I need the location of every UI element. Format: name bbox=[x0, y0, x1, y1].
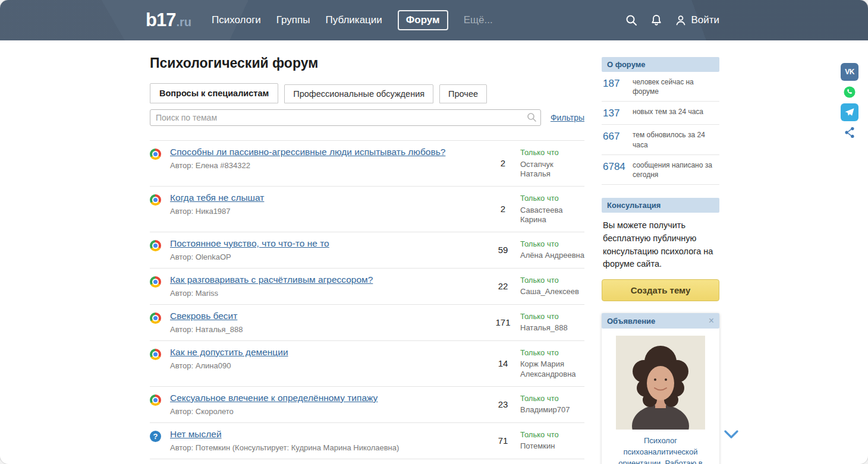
stat-label: тем обновилось за 24 часа bbox=[633, 130, 718, 149]
multicolor-orb-icon bbox=[150, 394, 161, 406]
top-navbar: b17 .ru Психологи Группы Публикации Фору… bbox=[0, 0, 868, 40]
logo-text: b17 bbox=[146, 10, 175, 31]
topic-last-user[interactable]: Алёна Андреевна bbox=[520, 251, 584, 261]
topic-row: Свекровь бесит Автор: Наталья_888 171 То… bbox=[150, 305, 584, 341]
search-icon[interactable] bbox=[625, 14, 638, 27]
question-orb-icon bbox=[150, 431, 161, 442]
topic-last-user[interactable]: Наталья_888 bbox=[520, 323, 584, 333]
navbar-right-controls: Войти bbox=[625, 14, 719, 27]
tab-professional-discussions[interactable]: Профессиональные обсуждения bbox=[284, 84, 433, 103]
multicolor-orb-icon bbox=[150, 349, 161, 360]
topic-row: Как разговаривать с расчётливым агрессор… bbox=[150, 269, 584, 305]
multicolor-orb-icon bbox=[150, 313, 161, 324]
tab-other[interactable]: Прочее bbox=[439, 84, 487, 103]
stat-label: человек сейчас на форуме bbox=[633, 77, 718, 96]
psychologist-photo[interactable] bbox=[615, 336, 706, 430]
topic-row: Нет мыслей Автор: Потемкин (Консультируе… bbox=[150, 423, 584, 459]
share-icon[interactable] bbox=[841, 124, 858, 141]
multicolor-orb-icon bbox=[150, 149, 161, 160]
multicolor-orb-icon bbox=[150, 276, 161, 288]
topic-last-time[interactable]: Только что bbox=[520, 394, 584, 404]
nav-item-more[interactable]: Ещё... bbox=[464, 14, 493, 26]
stat-row: 137 новых тем за 24 часа bbox=[602, 102, 719, 125]
search-field-wrap bbox=[150, 109, 541, 126]
topic-last-time[interactable]: Только что bbox=[520, 276, 584, 286]
topic-last-time[interactable]: Только что bbox=[520, 348, 584, 358]
nav-item-publications[interactable]: Публикации bbox=[326, 14, 382, 26]
forum-tabs: Вопросы к специалистам Профессиональные … bbox=[150, 83, 584, 103]
topic-row: Способны ли пассивно-агрессивные люди ис… bbox=[150, 141, 584, 187]
page-title: Психологический форум bbox=[150, 40, 584, 71]
topic-last-user[interactable]: Владимир707 bbox=[520, 405, 584, 415]
site-logo[interactable]: b17 .ru bbox=[146, 10, 191, 31]
topic-reply-count: 23 bbox=[486, 393, 520, 416]
search-magnifier-icon[interactable] bbox=[527, 112, 537, 125]
multicolor-orb-icon bbox=[150, 194, 161, 206]
topic-author: Автор: Скоролето bbox=[170, 407, 477, 416]
topic-title-link[interactable]: Сексуальное влечение к определённому тип… bbox=[170, 393, 378, 403]
stat-value: 137 bbox=[603, 107, 633, 119]
topic-last-user[interactable]: Корж Мария Александровна bbox=[520, 359, 584, 379]
login-button[interactable]: Войти bbox=[675, 14, 719, 26]
login-label: Войти bbox=[691, 14, 719, 26]
notifications-bell-icon[interactable] bbox=[650, 14, 663, 27]
topic-search-input[interactable] bbox=[150, 109, 541, 126]
about-forum-section: О форуме 187 человек сейчас на форуме 13… bbox=[602, 57, 719, 185]
topic-author: Автор: Алина090 bbox=[170, 361, 477, 370]
topic-title-link[interactable]: Постоянное чувство, что что-то не то bbox=[170, 238, 329, 248]
tab-questions-to-specialists[interactable]: Вопросы к специалистам bbox=[150, 83, 278, 103]
main-navigation: Психологи Группы Публикации Форум Ещё... bbox=[212, 10, 493, 30]
whatsapp-icon[interactable] bbox=[841, 83, 858, 101]
topic-reply-count: 2 bbox=[486, 192, 520, 225]
right-sidebar: О форуме 187 человек сейчас на форуме 13… bbox=[602, 57, 719, 464]
stat-value: 667 bbox=[603, 130, 633, 143]
topic-author: Автор: Наталья_888 bbox=[170, 325, 477, 334]
about-forum-title: О форуме bbox=[607, 60, 646, 69]
forum-main-column: Психологический форум Вопросы к специали… bbox=[150, 40, 584, 464]
stat-row: 667 тем обновилось за 24 часа bbox=[602, 125, 719, 154]
topic-reply-count: 71 bbox=[486, 429, 520, 452]
telegram-icon[interactable] bbox=[841, 103, 858, 121]
topic-title-link[interactable]: Как не допустить деменции bbox=[170, 347, 288, 357]
filters-link[interactable]: Фильтры bbox=[551, 113, 584, 122]
chevron-down-icon[interactable] bbox=[724, 430, 738, 441]
topic-row: Я... Автор: Анюта_24 71 Только что Алёна… bbox=[150, 459, 584, 464]
topic-last-time[interactable]: Только что bbox=[520, 194, 584, 204]
topic-title-link[interactable]: Способны ли пассивно-агрессивные люди ис… bbox=[170, 147, 445, 157]
vk-icon[interactable]: VK bbox=[841, 63, 858, 81]
stat-row: 187 человек сейчас на форуме bbox=[602, 72, 719, 102]
topic-title-link[interactable]: Нет мыслей bbox=[170, 429, 222, 439]
stat-value: 187 bbox=[603, 77, 633, 90]
topic-title-link[interactable]: Как разговаривать с расчётливым агрессор… bbox=[170, 274, 373, 285]
topic-reply-count: 22 bbox=[486, 274, 520, 298]
topic-last-time[interactable]: Только что bbox=[520, 239, 584, 250]
topic-title-link[interactable]: Когда тебя не слышат bbox=[170, 192, 264, 203]
topic-last-user[interactable]: Остапчук Наталья bbox=[520, 160, 584, 179]
topic-last-user[interactable]: Саша_Алексеев bbox=[520, 287, 584, 297]
topic-title-link[interactable]: Свекровь бесит bbox=[170, 311, 237, 321]
social-share-rail: VK bbox=[841, 63, 858, 141]
nav-item-groups[interactable]: Группы bbox=[276, 14, 310, 26]
topic-author: Автор: OlenkaOP bbox=[170, 252, 477, 261]
topic-last-user[interactable]: Потемкин bbox=[520, 441, 584, 452]
topic-last-time[interactable]: Только что bbox=[520, 430, 584, 440]
user-icon bbox=[675, 14, 687, 26]
topic-reply-count: 2 bbox=[486, 147, 520, 179]
topic-last-time[interactable]: Только что bbox=[520, 312, 584, 322]
nav-item-forum[interactable]: Форум bbox=[398, 10, 448, 30]
multicolor-orb-icon bbox=[150, 240, 161, 251]
create-topic-button[interactable]: Создать тему bbox=[602, 279, 719, 301]
close-icon[interactable]: × bbox=[709, 316, 714, 326]
topic-row: Сексуальное влечение к определённому тип… bbox=[150, 387, 584, 423]
advertisement-card: Объявление × bbox=[602, 313, 719, 464]
topic-list: Способны ли пассивно-агрессивные люди ис… bbox=[150, 140, 584, 464]
topic-reply-count: 171 bbox=[486, 311, 520, 334]
stat-label: новых тем за 24 часа bbox=[633, 107, 718, 116]
stat-value: 6784 bbox=[603, 160, 633, 173]
about-forum-header: О форуме bbox=[602, 57, 719, 72]
browser-window: b17 .ru Психологи Группы Публикации Фору… bbox=[0, 0, 868, 464]
topic-last-time[interactable]: Только что bbox=[520, 148, 584, 158]
topic-last-user[interactable]: Савастеева Карина bbox=[520, 206, 584, 225]
nav-item-psychologists[interactable]: Психологи bbox=[212, 14, 261, 26]
topic-row: Постоянное чувство, что что-то не то Авт… bbox=[150, 232, 584, 269]
